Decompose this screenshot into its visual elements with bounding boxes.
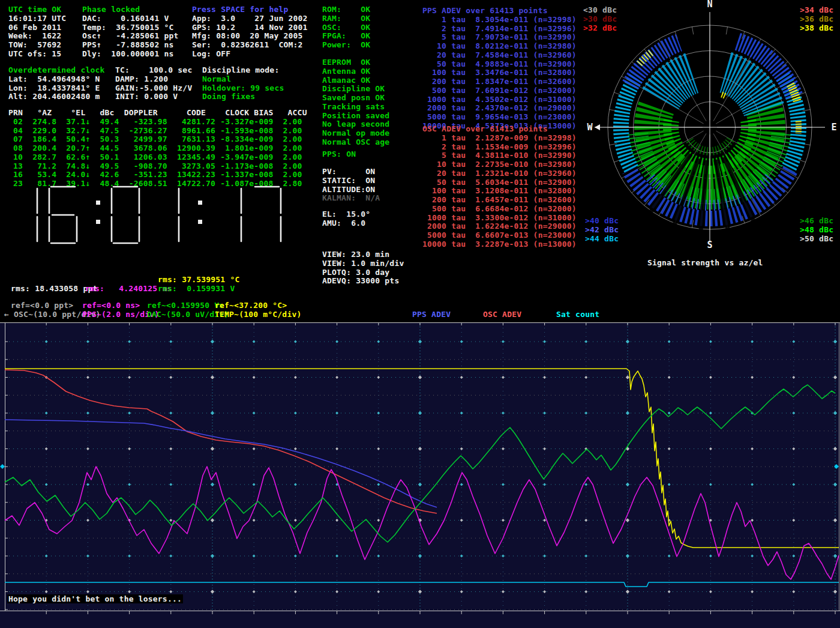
ref-temp: ref~<37.200 °C>: [215, 301, 287, 310]
discipline-mode-line-0: Discipline mode:: [202, 66, 284, 75]
rms-temp-line-0: rms: 37.539951 °C: [158, 276, 239, 285]
osc-adev-table-line-5: 20 tau 1.2321e-010 (n=32960): [422, 169, 577, 178]
ref-pps-line-0: ref=<0.0 ns>: [82, 301, 140, 310]
gps-health-line-1: Antenna OK: [322, 67, 389, 76]
position-info-line-0: Overdetermined clock: [8, 66, 105, 75]
phase-status-line-3: Osc↑ -4.285061 ppt: [82, 32, 179, 41]
gps-health-line-2: Almanac OK: [322, 76, 389, 85]
discipline-mode-line-1: Normal: [202, 75, 284, 84]
label-sat-count-line-0: Sat count: [556, 310, 599, 319]
label-osc-adev: OSC ADEV: [483, 310, 521, 319]
sat-table-line-7: 16 53.4 24.0↓ 42.6 -351.23 13422.23 -1.3…: [8, 171, 307, 180]
plot-message: Hope you didn't bet on the losers...: [7, 595, 183, 604]
fix-flags: PV: ONSTATIC: ONALTITUDE:ONKALMAN: N/A: [322, 168, 380, 203]
receiver-status-line-4: Power: OK: [322, 41, 370, 50]
receiver-status-line-1: RAM: OK: [322, 14, 370, 23]
position-info: Overdetermined clockLat: 54.4964948° NLo…: [8, 66, 105, 101]
gps-health-line-8: Normal op mode: [322, 129, 389, 138]
discipline-mode-line-2: Holdover: 99 secs: [202, 84, 284, 93]
pps-adev-table-line-6: 50 tau 4.9883e-011 (n=32900): [422, 60, 577, 69]
discipline-mode: Discipline mode:NormalHoldover: 99 secsD…: [202, 66, 284, 101]
osc-adev-table-line-9: 500 tau 6.6684e-012 (n=32000): [422, 205, 577, 214]
pps-adev-table-line-8: 200 tau 1.8347e-011 (n=32600): [422, 77, 577, 86]
polar-label-west: W: [587, 122, 593, 133]
sat-table-line-6: 13 71.2 74.8↓ 49.5 -908.70 3273.05 -1.17…: [8, 162, 307, 171]
pps-state-line-0: PPS: ON: [322, 150, 356, 159]
label-sat-count: Sat count: [556, 310, 599, 319]
osc-adev-table-line-3: 5 tau 4.3811e-010 (n=32990): [422, 151, 577, 160]
polar-label-south: S: [707, 240, 712, 250]
pps-adev-table-line-10: 1000 tau 4.3502e-012 (n=31000): [422, 95, 577, 104]
position-info-line-1: Lat: 54.4964948° N: [8, 75, 105, 84]
sat-table-line-4: 08 200.4 20.7↑ 44.5 3678.06 12900.39 1.8…: [8, 144, 307, 153]
view-settings-line-1: VIEW: 1.0 min/div: [322, 259, 404, 268]
osc-adev-table-line-12: 5000 tau 6.6607e-013 (n=23000): [422, 231, 577, 240]
view-settings-line-3: ADEVQ: 33000 pts: [322, 277, 404, 286]
scale-temp-line-0: TEMP~(100 m°C/div): [215, 310, 301, 319]
osc-adev-table-line-6: 50 tau 5.6034e-011 (n=32900): [422, 178, 577, 187]
pps-adev-table-line-5: 20 tau 7.4584e-011 (n=32960): [422, 51, 577, 60]
view-settings-line-0: VIEW: 23.0 min: [322, 250, 404, 259]
pps-adev-table-line-11: 2000 tau 2.4370e-012 (n=29000): [422, 104, 577, 113]
phase-status-line-0: Phase locked: [82, 5, 179, 14]
heather-screen: UTC time OK16:01:17 UTC06 Feb 2011Week: …: [0, 0, 840, 628]
receiver-status-line-2: OSC: OK: [322, 23, 370, 32]
pps-adev-table-line-0: PPS ADEV over 61413 points: [422, 7, 577, 16]
mask-settings-line-0: EL: 15.0°: [322, 210, 370, 219]
osc-adev-table-line-1: 1 tau 2.1287e-009 (n=32998): [422, 134, 577, 143]
osc-adev-table: OSC ADEV over 61413 points 1 tau 2.1287e…: [422, 125, 577, 249]
phase-status-line-1: DAC: 0.160141 V: [82, 14, 179, 23]
ref-pps: ref=<0.0 ns>: [82, 301, 140, 310]
scale-temp: TEMP~(100 m°C/div): [215, 310, 301, 319]
utc-status-line-4: TOW: 57692: [8, 41, 66, 50]
phase-status-line-2: Temp: 36.750015 °C: [82, 23, 179, 32]
sat-table-line-3: 07 186.4 50.4↑ 50.3 2499.97 7631.13 -8.3…: [8, 135, 307, 144]
sat-table-line-0: PRN °AZ °EL dBc DOPPLER CODE CLOCK BIAS …: [8, 109, 307, 118]
rms-osc: rms: 18.433058 ppt: [11, 285, 97, 294]
gps-health-line-7: No leap second: [322, 120, 389, 129]
satellite-polar-plot: NSEW: [585, 0, 840, 255]
receiver-status-line-0: ROM: OK: [322, 5, 370, 14]
loop-params-line-2: GAIN:-5.000 Hz/V: [115, 84, 192, 93]
receiver-status: ROM: OKRAM: OKOSC: OKFPGA: OKPower: OK: [322, 5, 370, 50]
osc-adev-table-line-8: 200 tau 1.6457e-011 (n=32600): [422, 196, 577, 205]
strip-chart[interactable]: [0, 322, 840, 628]
position-info-line-3: Alt: 204.46002480 m: [8, 92, 105, 101]
ref-dac-line-0: ref~<0.159950 V>: [147, 301, 224, 310]
ref-osc-line-0: ref=<0.0 ppt>: [11, 301, 73, 310]
osc-adev-table-line-4: 10 tau 2.2735e-010 (n=32980): [422, 160, 577, 169]
help-version-line-0: Press SPACE for help: [192, 5, 308, 14]
loop-params-line-1: DAMP: 1.200: [115, 75, 192, 84]
sat-table-line-5: 10 282.7 62.6↑ 50.1 1206.03 12345.49 -3.…: [8, 153, 307, 162]
utc-status-line-3: Week: 1622: [8, 32, 66, 41]
gps-health-line-6: Position saved: [322, 112, 389, 121]
rms-dac-line-0: rms: 0.159931 V: [158, 285, 235, 294]
gps-health-line-0: EEPROM OK: [322, 58, 389, 67]
pps-adev-table-line-3: 5 tau 7.9073e-011 (n=32990): [422, 33, 577, 42]
pps-adev-table-line-9: 500 tau 7.6091e-012 (n=32000): [422, 86, 577, 95]
help-version-line-4: Ser: 0.82362611 COM:2: [192, 41, 308, 50]
fix-flags-line-0: PV: ON: [322, 168, 380, 177]
sat-table: PRN °AZ °EL dBc DOPPLER CODE CLOCK BIAS …: [8, 109, 307, 189]
phase-status: Phase lockedDAC: 0.160141 VTemp: 36.7500…: [82, 5, 179, 59]
osc-adev-table-line-10: 1000 tau 3.3300e-012 (n=31000): [422, 214, 577, 223]
pps-state: PPS: ON: [322, 150, 356, 159]
help-version-line-3: Mfg: 08:00 20 May 2005: [192, 32, 308, 41]
help-version-line-5: Log: OFF: [192, 50, 308, 59]
sat-table-line-1: 02 274.8 37.1↓ 49.4 -323.98 4281.72 -3.3…: [8, 118, 307, 127]
rms-osc-line-0: rms: 18.433058 ppt: [11, 285, 97, 294]
receiver-status-line-3: FPGA: OK: [322, 32, 370, 41]
fix-flags-line-1: STATIC: ON: [322, 177, 380, 186]
help-version: Press SPACE for helpApp: 3.0 27 Jun 2002…: [192, 5, 308, 59]
label-pps-adev-line-0: PPS ADEV: [412, 310, 451, 319]
fix-flags-line-3: KALMAN: N/A: [322, 194, 380, 203]
utc-status: UTC time OK16:01:17 UTC06 Feb 2011Week: …: [8, 5, 66, 59]
gps-health: EEPROM OKAntenna OKAlmanac OKDiscipline …: [322, 58, 389, 147]
gps-health-line-9: Normal OSC age: [322, 138, 389, 147]
view-settings: VIEW: 23.0 minVIEW: 1.0 min/divPLOTQ: 3.…: [322, 250, 404, 286]
osc-adev-table-line-0: OSC ADEV over 61413 points: [422, 125, 577, 134]
digital-clock: [8, 184, 296, 247]
phase-status-line-4: PPS↑ -7.888502 ns: [82, 41, 179, 50]
utc-status-line-2: 06 Feb 2011: [8, 23, 66, 32]
label-osc-adev-line-0: OSC ADEV: [483, 310, 521, 319]
